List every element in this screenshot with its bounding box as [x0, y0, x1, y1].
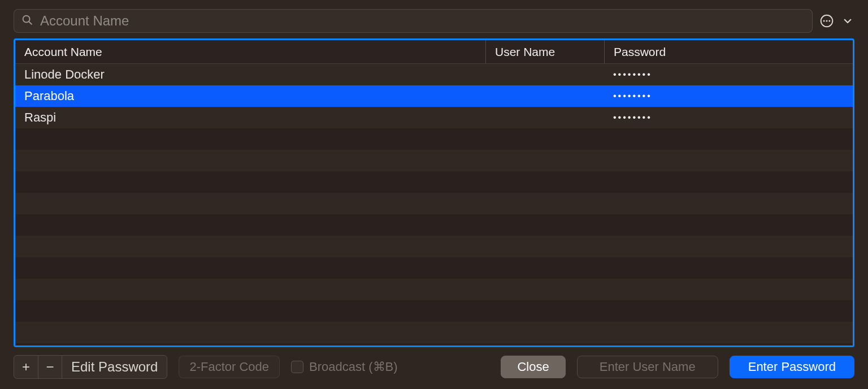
broadcast-option[interactable]: Broadcast (⌘B)	[291, 360, 398, 374]
column-account-name[interactable]: Account Name	[15, 40, 485, 63]
dropdown-toggle[interactable]	[841, 9, 854, 33]
footer-toolbar: + − Edit Password 2-Factor Code Broadcas…	[0, 347, 868, 389]
add-account-button[interactable]: +	[14, 356, 38, 378]
search-input[interactable]	[39, 12, 805, 29]
broadcast-checkbox[interactable]	[291, 361, 303, 373]
table-row[interactable]: Raspi••••••••	[15, 107, 853, 128]
accounts-table[interactable]: Account Name User Name Password Linode D…	[14, 38, 854, 347]
broadcast-label: Broadcast (⌘B)	[309, 360, 398, 374]
svg-line-1	[29, 21, 32, 24]
user-name-input[interactable]: Enter User Name	[577, 356, 718, 378]
svg-point-3	[823, 20, 825, 21]
edit-segment: + − Edit Password	[14, 355, 167, 379]
password-manager-dialog: Account Name User Name Password Linode D…	[0, 0, 868, 389]
cell-password: ••••••••	[604, 113, 853, 123]
remove-account-button[interactable]: −	[38, 356, 62, 378]
cell-account-name: Raspi	[15, 110, 485, 125]
cell-password: ••••••••	[604, 70, 853, 80]
column-password[interactable]: Password	[604, 40, 853, 63]
svg-point-4	[826, 20, 827, 21]
table-header: Account Name User Name Password	[15, 40, 853, 64]
two-factor-code-button[interactable]: 2-Factor Code	[179, 356, 280, 378]
svg-point-5	[828, 20, 830, 21]
enter-password-button[interactable]: Enter Password	[730, 356, 854, 378]
table-body[interactable]: Linode Docker••••••••Parabola••••••••Ras…	[15, 64, 853, 345]
cell-account-name: Linode Docker	[15, 67, 485, 82]
table-row[interactable]: Linode Docker••••••••	[15, 64, 853, 85]
cell-password: ••••••••	[604, 91, 853, 101]
close-button[interactable]: Close	[501, 356, 565, 378]
edit-password-button[interactable]: Edit Password	[62, 356, 167, 378]
search-icon	[21, 14, 33, 28]
column-user-name[interactable]: User Name	[485, 40, 604, 63]
search-row	[0, 0, 868, 38]
more-options-button[interactable]	[818, 9, 835, 33]
table-row[interactable]: Parabola••••••••	[15, 85, 853, 107]
search-field[interactable]	[14, 9, 813, 33]
cell-account-name: Parabola	[15, 89, 485, 103]
